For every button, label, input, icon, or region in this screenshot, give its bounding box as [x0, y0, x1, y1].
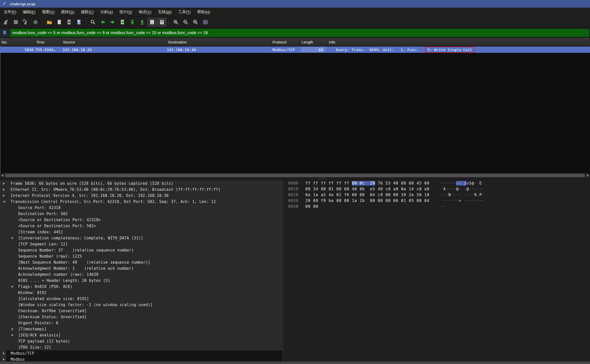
packet-row-selected[interactable]: 5836 755.4344… 192.168.10.20 192.168.10.…	[0, 47, 590, 53]
detail-row[interactable]: [Stream index: 445]	[0, 229, 283, 235]
expander-closed-icon[interactable]	[12, 237, 13, 239]
detail-row[interactable]: Checksum: 0xf9be [unverified]	[0, 308, 283, 314]
hex-row[interactable]: 00200a 1e a5 4e 01 f6 00 00 04 c9 00 00 …	[283, 192, 590, 198]
column-header-protocol[interactable]: Protocol	[271, 38, 300, 46]
expander-closed-icon[interactable]	[3, 182, 5, 185]
expander-closed-icon[interactable]	[3, 352, 5, 355]
menu-item-analyze[interactable]: 分析(A)	[97, 8, 116, 16]
menu-item-view[interactable]: 视图(V)	[39, 8, 58, 16]
expander-closed-icon[interactable]	[12, 285, 13, 288]
column-header-info[interactable]: Info	[327, 38, 590, 46]
detail-row[interactable]: Acknowledgment Number: 1 (relative ack n…	[0, 265, 283, 271]
column-header-time[interactable]: Time	[35, 38, 61, 46]
detail-text: Modbus/TCP	[11, 350, 34, 356]
menu-item-wireless[interactable]: 无线(W)	[155, 8, 175, 16]
detail-text: [Window size scaling factor: -2 (no wind…	[18, 302, 153, 308]
resize-columns-button[interactable]	[201, 18, 210, 27]
menu-item-telephony[interactable]: 电话(Y)	[135, 8, 155, 16]
go-back-button[interactable]	[98, 18, 107, 27]
colorize-button[interactable]	[157, 18, 166, 27]
horizontal-scrollbar[interactable]	[0, 173, 590, 177]
expander-closed-icon[interactable]	[3, 358, 5, 361]
toolbar-separator	[86, 19, 86, 26]
capture-start-button[interactable]	[1, 18, 10, 27]
go-forward-button[interactable]	[108, 18, 117, 27]
display-filter-input[interactable]: modbus.func_code == 5 or modbus.func_cod…	[10, 29, 589, 37]
detail-row[interactable]: Sequence Number (raw): 1225	[0, 253, 283, 259]
column-header-length[interactable]: Length	[300, 38, 327, 46]
hex-bytes: 0a 1e a5 4e 01 f6 00 00 04 c9 00 00 39 2…	[305, 192, 429, 198]
scroll-right-button[interactable]	[586, 173, 590, 178]
expander-closed-icon[interactable]	[3, 188, 5, 191]
detail-row[interactable]: [SEQ/ACK analysis]	[0, 332, 283, 338]
menu-item-go[interactable]: 跳转(G)	[58, 8, 78, 16]
detail-text: [Checksum Status: Unverified]	[18, 314, 87, 320]
column-header-source[interactable]: Source	[61, 38, 166, 46]
hex-offset: 0010	[288, 186, 299, 192]
column-header-no[interactable]: No.	[0, 38, 35, 46]
detail-row[interactable]: Urgent Pointer: 0	[0, 320, 283, 326]
detail-row[interactable]: [TCP Segment Len: 12]	[0, 241, 283, 247]
hex-row[interactable]: 0000ff ff ff ff ff ff 00 0c 29 76 53 40 …	[283, 180, 590, 186]
open-file-button[interactable]	[45, 18, 54, 27]
auto-scroll-button[interactable]	[147, 18, 156, 27]
reload-file-button[interactable]	[74, 18, 83, 27]
menu-item-tools[interactable]: 工具(T)	[175, 8, 194, 16]
detail-row[interactable]: Sequence Number: 37 (relative sequence n…	[0, 247, 283, 253]
close-file-button[interactable]	[64, 18, 74, 27]
menu-item-edit[interactable]: 编辑(E)	[19, 8, 39, 16]
detail-row[interactable]: Ethernet II, Src: VMware_76:53:40 (00:0c…	[0, 187, 283, 193]
expander-closed-icon[interactable]	[3, 194, 5, 197]
detail-row[interactable]: [Checksum Status: Unverified]	[0, 314, 283, 320]
hex-row[interactable]: 001000 34 00 01 00 00 40 06 e5 40 c0 a8 …	[283, 186, 590, 192]
go-to-packet-button[interactable]	[118, 18, 127, 27]
filter-bookmark-button[interactable]	[1, 29, 9, 37]
scroll-left-button[interactable]	[0, 173, 4, 178]
detail-row[interactable]: Internet Protocol Version 4, Src: 192.16…	[0, 193, 283, 199]
expander-closed-icon[interactable]	[12, 328, 13, 330]
detail-row[interactable]: Source Port: 42318	[0, 205, 283, 211]
detail-row[interactable]: [Conversation completeness: Complete, WI…	[0, 235, 283, 241]
detail-row[interactable]: Transmission Control Protocol, Src Port:…	[0, 199, 283, 205]
hex-offset: 0020	[288, 192, 299, 198]
detail-row[interactable]: TCP payload (12 bytes)	[0, 338, 283, 344]
expander-open-icon[interactable]	[3, 201, 6, 203]
expander-closed-icon[interactable]	[12, 334, 13, 336]
zoom-in-button[interactable]	[171, 18, 180, 27]
zoom-out-button[interactable]	[181, 18, 190, 27]
detail-row[interactable]: Destination Port: 502	[0, 211, 283, 217]
detail-row[interactable]: 0101 .... = Header Length: 20 bytes (5)	[0, 278, 283, 284]
go-first-button[interactable]	[128, 18, 137, 27]
column-header-destination[interactable]: Destination	[166, 38, 271, 46]
detail-row[interactable]: [Next Sequence Number: 49 (relative sequ…	[0, 259, 283, 265]
capture-options-button[interactable]	[31, 18, 40, 27]
menu-item-statistics[interactable]: 统计(S)	[116, 8, 135, 16]
detail-row[interactable]: [Timestamps]	[0, 326, 283, 332]
menu-item-capture[interactable]: 捕获(C)	[78, 8, 97, 16]
detail-row[interactable]: <Source or Destination Port: 42318>	[0, 217, 283, 223]
detail-row[interactable]: [Window size scaling factor: -2 (no wind…	[0, 302, 283, 308]
hex-row[interactable]: 003020 00 f9 be 00 00 1a 2b 00 00 00 06 …	[283, 198, 590, 204]
capture-stop-button[interactable]	[11, 18, 20, 27]
detail-row[interactable]: [PDU Size: 12]	[0, 344, 283, 350]
detail-row[interactable]: Frame 5836: 66 bytes on wire (528 bits),…	[0, 180, 283, 187]
detail-row[interactable]: <Source or Destination Port: 502>	[0, 223, 283, 229]
capture-restart-button[interactable]	[21, 18, 30, 27]
detail-row[interactable]: Modbus	[0, 356, 283, 361]
detail-row[interactable]: Flags: 0x018 (PSH, ACK)	[0, 284, 283, 290]
zoom-reset-button[interactable]	[191, 18, 200, 27]
save-file-button[interactable]	[55, 18, 64, 27]
menu-item-help[interactable]: 帮助(H)	[194, 8, 213, 16]
packet-info-prefix: Query: Trans: 6699; Unit: 1, Func:	[336, 48, 423, 52]
go-last-button[interactable]	[138, 18, 147, 27]
detail-row[interactable]: [Calculated window size: 8192]	[0, 296, 283, 302]
detail-row[interactable]: Window: 8192	[0, 290, 283, 296]
pane-splitter[interactable]	[0, 177, 590, 180]
scrollbar-thumb[interactable]	[5, 174, 585, 177]
menu-item-file[interactable]: 文件(F)	[1, 8, 19, 16]
hex-row[interactable]: 004000 00··	[283, 204, 590, 210]
detail-row[interactable]: Modbus/TCP	[0, 350, 283, 356]
find-packet-button[interactable]	[88, 18, 97, 27]
main-toolbar	[0, 17, 590, 28]
detail-row[interactable]: Acknowledgment number (raw): 14638	[0, 271, 283, 278]
